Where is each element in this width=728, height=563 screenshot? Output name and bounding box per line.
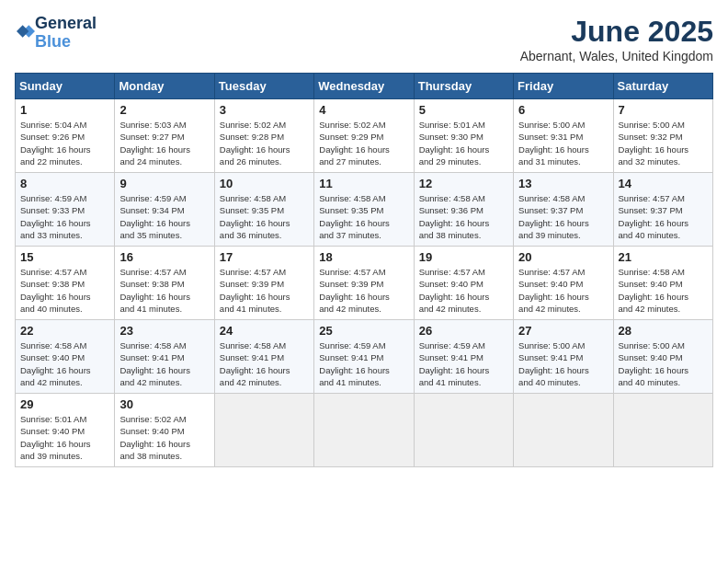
day-number: 26 <box>419 324 508 338</box>
calendar-day-cell <box>314 394 414 467</box>
day-number: 30 <box>119 397 209 411</box>
day-info: Sunrise: 5:02 AM Sunset: 9:28 PM Dayligh… <box>220 119 309 167</box>
day-number: 22 <box>20 324 109 338</box>
calendar-day-cell: 22Sunrise: 4:58 AM Sunset: 9:40 PM Dayli… <box>16 320 115 394</box>
day-info: Sunrise: 5:04 AM Sunset: 9:26 PM Dayligh… <box>20 119 109 167</box>
day-number: 20 <box>518 250 608 264</box>
day-info: Sunrise: 4:59 AM Sunset: 9:34 PM Dayligh… <box>119 192 209 241</box>
calendar-body: 1Sunrise: 5:04 AM Sunset: 9:26 PM Daylig… <box>16 99 713 467</box>
calendar-day-cell: 10Sunrise: 4:58 AM Sunset: 9:35 PM Dayli… <box>214 173 313 247</box>
day-info: Sunrise: 4:58 AM Sunset: 9:35 PM Dayligh… <box>319 192 408 241</box>
day-info: Sunrise: 4:58 AM Sunset: 9:37 PM Dayligh… <box>518 192 608 241</box>
title-area: June 2025 Abernant, Wales, United Kingdo… <box>520 15 713 63</box>
day-info: Sunrise: 4:57 AM Sunset: 9:38 PM Dayligh… <box>20 266 109 315</box>
day-info: Sunrise: 5:00 AM Sunset: 9:31 PM Dayligh… <box>518 119 608 167</box>
day-number: 2 <box>119 103 209 117</box>
day-number: 6 <box>518 103 608 117</box>
calendar-header-cell: Tuesday <box>214 74 313 99</box>
day-number: 29 <box>20 397 109 411</box>
logo-text: GeneralBlue <box>35 15 97 52</box>
calendar-day-cell: 7Sunrise: 5:00 AM Sunset: 9:32 PM Daylig… <box>613 99 712 173</box>
calendar-day-cell: 6Sunrise: 5:00 AM Sunset: 9:31 PM Daylig… <box>514 99 613 173</box>
day-info: Sunrise: 5:03 AM Sunset: 9:27 PM Dayligh… <box>119 119 209 167</box>
day-info: Sunrise: 4:57 AM Sunset: 9:37 PM Dayligh… <box>619 192 708 241</box>
calendar-header-cell: Sunday <box>16 74 115 99</box>
day-number: 7 <box>619 103 708 117</box>
calendar-header-cell: Friday <box>514 74 613 99</box>
calendar-day-cell: 19Sunrise: 4:57 AM Sunset: 9:40 PM Dayli… <box>414 247 513 320</box>
page-header: GeneralBlue June 2025 Abernant, Wales, U… <box>15 15 713 63</box>
day-number: 27 <box>518 324 608 338</box>
calendar-day-cell: 4Sunrise: 5:02 AM Sunset: 9:29 PM Daylig… <box>314 99 414 173</box>
day-info: Sunrise: 4:57 AM Sunset: 9:38 PM Dayligh… <box>119 266 209 315</box>
calendar-day-cell: 20Sunrise: 4:57 AM Sunset: 9:40 PM Dayli… <box>514 247 613 320</box>
calendar-table: SundayMondayTuesdayWednesdayThursdayFrid… <box>15 73 713 467</box>
calendar-day-cell: 2Sunrise: 5:03 AM Sunset: 9:27 PM Daylig… <box>115 99 214 173</box>
day-number: 19 <box>419 250 508 264</box>
calendar-week-row: 8Sunrise: 4:59 AM Sunset: 9:33 PM Daylig… <box>16 173 713 247</box>
day-number: 28 <box>619 324 708 338</box>
day-number: 17 <box>220 250 309 264</box>
calendar-day-cell: 11Sunrise: 4:58 AM Sunset: 9:35 PM Dayli… <box>314 173 414 247</box>
logo: GeneralBlue <box>15 15 97 52</box>
day-info: Sunrise: 4:59 AM Sunset: 9:41 PM Dayligh… <box>419 339 508 388</box>
calendar-day-cell: 5Sunrise: 5:01 AM Sunset: 9:30 PM Daylig… <box>414 99 513 173</box>
day-info: Sunrise: 5:01 AM Sunset: 9:30 PM Dayligh… <box>419 119 508 167</box>
calendar-day-cell: 24Sunrise: 4:58 AM Sunset: 9:41 PM Dayli… <box>214 320 313 394</box>
day-info: Sunrise: 4:58 AM Sunset: 9:35 PM Dayligh… <box>220 192 309 241</box>
calendar-day-cell: 12Sunrise: 4:58 AM Sunset: 9:36 PM Dayli… <box>414 173 513 247</box>
day-info: Sunrise: 4:58 AM Sunset: 9:40 PM Dayligh… <box>20 339 109 388</box>
location-title: Abernant, Wales, United Kingdom <box>520 49 713 63</box>
day-info: Sunrise: 4:57 AM Sunset: 9:39 PM Dayligh… <box>319 266 408 315</box>
day-info: Sunrise: 5:00 AM Sunset: 9:32 PM Dayligh… <box>619 119 708 167</box>
calendar-week-row: 22Sunrise: 4:58 AM Sunset: 9:40 PM Dayli… <box>16 320 713 394</box>
day-info: Sunrise: 4:58 AM Sunset: 9:41 PM Dayligh… <box>119 339 209 388</box>
day-number: 1 <box>20 103 109 117</box>
day-info: Sunrise: 4:57 AM Sunset: 9:40 PM Dayligh… <box>518 266 608 315</box>
day-number: 15 <box>20 250 109 264</box>
calendar-day-cell: 29Sunrise: 5:01 AM Sunset: 9:40 PM Dayli… <box>16 394 115 467</box>
logo-icon <box>17 22 35 40</box>
calendar-day-cell: 14Sunrise: 4:57 AM Sunset: 9:37 PM Dayli… <box>613 173 712 247</box>
day-number: 3 <box>220 103 309 117</box>
day-info: Sunrise: 5:01 AM Sunset: 9:40 PM Dayligh… <box>20 413 109 462</box>
calendar-day-cell: 30Sunrise: 5:02 AM Sunset: 9:40 PM Dayli… <box>115 394 214 467</box>
calendar-day-cell: 15Sunrise: 4:57 AM Sunset: 9:38 PM Dayli… <box>16 247 115 320</box>
calendar-day-cell <box>613 394 712 467</box>
calendar-day-cell: 13Sunrise: 4:58 AM Sunset: 9:37 PM Dayli… <box>514 173 613 247</box>
day-number: 24 <box>220 324 309 338</box>
calendar-day-cell: 25Sunrise: 4:59 AM Sunset: 9:41 PM Dayli… <box>314 320 414 394</box>
day-info: Sunrise: 5:00 AM Sunset: 9:41 PM Dayligh… <box>518 339 608 388</box>
day-number: 25 <box>319 324 408 338</box>
day-info: Sunrise: 4:57 AM Sunset: 9:39 PM Dayligh… <box>220 266 309 315</box>
day-number: 12 <box>419 177 508 190</box>
calendar-day-cell: 23Sunrise: 4:58 AM Sunset: 9:41 PM Dayli… <box>115 320 214 394</box>
calendar-day-cell: 17Sunrise: 4:57 AM Sunset: 9:39 PM Dayli… <box>214 247 313 320</box>
calendar-day-cell <box>514 394 613 467</box>
day-number: 23 <box>119 324 209 338</box>
day-number: 4 <box>319 103 408 117</box>
day-number: 8 <box>20 177 109 190</box>
calendar-day-cell: 16Sunrise: 4:57 AM Sunset: 9:38 PM Dayli… <box>115 247 214 320</box>
day-number: 11 <box>319 177 408 190</box>
day-info: Sunrise: 4:59 AM Sunset: 9:41 PM Dayligh… <box>319 339 408 388</box>
calendar-week-row: 29Sunrise: 5:01 AM Sunset: 9:40 PM Dayli… <box>16 394 713 467</box>
month-title: June 2025 <box>520 15 713 49</box>
day-number: 9 <box>119 177 209 190</box>
day-info: Sunrise: 4:59 AM Sunset: 9:33 PM Dayligh… <box>20 192 109 241</box>
day-info: Sunrise: 5:02 AM Sunset: 9:29 PM Dayligh… <box>319 119 408 167</box>
day-info: Sunrise: 4:58 AM Sunset: 9:41 PM Dayligh… <box>220 339 309 388</box>
calendar-header-cell: Saturday <box>613 74 712 99</box>
calendar-day-cell <box>214 394 313 467</box>
calendar-header-cell: Thursday <box>414 74 513 99</box>
calendar-day-cell: 3Sunrise: 5:02 AM Sunset: 9:28 PM Daylig… <box>214 99 313 173</box>
calendar-day-cell: 27Sunrise: 5:00 AM Sunset: 9:41 PM Dayli… <box>514 320 613 394</box>
calendar-header-row: SundayMondayTuesdayWednesdayThursdayFrid… <box>16 74 713 99</box>
calendar-day-cell: 9Sunrise: 4:59 AM Sunset: 9:34 PM Daylig… <box>115 173 214 247</box>
day-info: Sunrise: 5:00 AM Sunset: 9:40 PM Dayligh… <box>619 339 708 388</box>
calendar-day-cell: 1Sunrise: 5:04 AM Sunset: 9:26 PM Daylig… <box>16 99 115 173</box>
calendar-week-row: 1Sunrise: 5:04 AM Sunset: 9:26 PM Daylig… <box>16 99 713 173</box>
day-number: 21 <box>619 250 708 264</box>
day-info: Sunrise: 5:02 AM Sunset: 9:40 PM Dayligh… <box>119 413 209 462</box>
day-number: 18 <box>319 250 408 264</box>
